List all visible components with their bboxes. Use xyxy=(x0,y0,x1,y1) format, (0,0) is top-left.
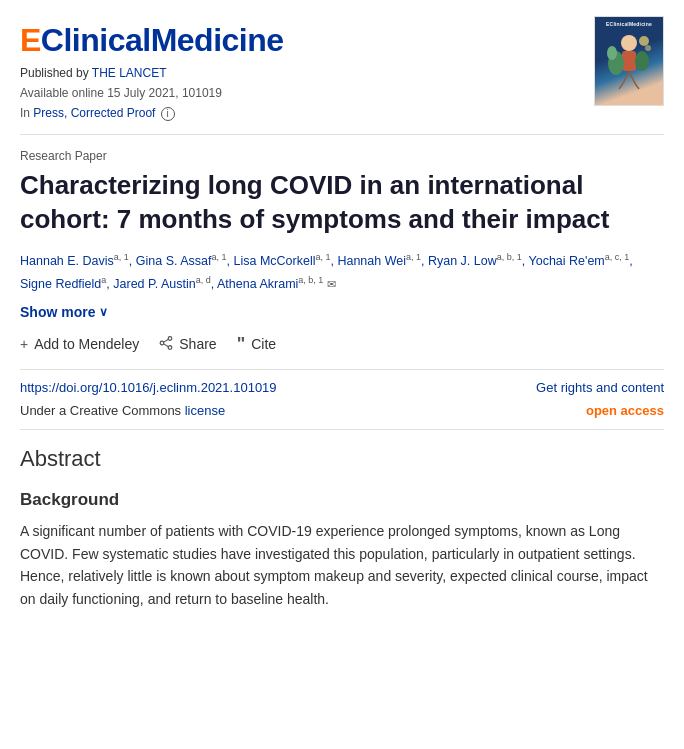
background-heading: Background xyxy=(20,487,664,513)
doi-link[interactable]: https://doi.org/10.1016/j.eclinm.2021.10… xyxy=(20,378,277,398)
svg-point-5 xyxy=(639,36,649,46)
svg-point-0 xyxy=(621,35,637,51)
header-divider xyxy=(20,134,664,135)
journal-title-clinical: Clinical xyxy=(41,22,151,58)
author-lisa-mccorkell[interactable]: Lisa McCorkell xyxy=(233,254,315,268)
creative-commons: Under a Creative Commons license xyxy=(20,401,277,421)
journal-title: EClinicalMedicine xyxy=(20,16,284,64)
available-online: Available online 15 July 2021, 101019 xyxy=(20,84,284,102)
published-by: Published by THE LANCET xyxy=(20,64,284,82)
svg-point-6 xyxy=(645,45,651,51)
svg-rect-1 xyxy=(622,51,636,71)
author-yochai-reem[interactable]: Yochai Re'em xyxy=(529,254,605,268)
svg-point-7 xyxy=(168,337,172,341)
mendeley-icon: + xyxy=(20,336,28,352)
svg-line-10 xyxy=(164,339,169,342)
article-title: Characterizing long COVID in an internat… xyxy=(20,169,664,237)
show-more-label: Show more xyxy=(20,304,95,320)
author-hannah-davis[interactable]: Hannah E. Davis xyxy=(20,254,114,268)
authors-list: Hannah E. Davisa, 1, Gina S. Assafa, 1, … xyxy=(20,249,664,296)
background-text: A significant number of patients with CO… xyxy=(20,520,664,610)
svg-point-9 xyxy=(160,341,164,345)
cover-art-svg xyxy=(604,33,654,93)
in-press: In Press, Corrected Proof i xyxy=(20,104,284,122)
cite-button[interactable]: " Cite xyxy=(237,334,276,355)
research-paper-label: Research Paper xyxy=(20,147,664,165)
author-signe-redfield[interactable]: Signe Redfield xyxy=(20,277,101,291)
add-to-mendeley-button[interactable]: + Add to Mendeley xyxy=(20,336,139,352)
doi-row: https://doi.org/10.1016/j.eclinm.2021.10… xyxy=(20,369,664,430)
journal-title-medicine: Medicine xyxy=(151,22,284,58)
journal-title-ec: E xyxy=(20,22,41,58)
abstract-section: Abstract Background A significant number… xyxy=(20,442,664,610)
svg-line-11 xyxy=(164,344,169,347)
lancet-link[interactable]: THE LANCET xyxy=(92,66,167,80)
doi-left: https://doi.org/10.1016/j.eclinm.2021.10… xyxy=(20,378,277,421)
cover-title: EClinicalMedicine xyxy=(606,21,652,29)
in-press-link[interactable]: Press, Corrected Proof xyxy=(33,106,155,120)
open-access-badge: open access xyxy=(586,401,664,421)
doi-right: Get rights and content open access xyxy=(536,378,664,421)
creative-commons-link[interactable]: license xyxy=(185,403,225,418)
info-icon[interactable]: i xyxy=(161,107,175,121)
author-gina-assaf[interactable]: Gina S. Assaf xyxy=(136,254,212,268)
svg-point-4 xyxy=(607,46,617,60)
author-ryan-low[interactable]: Ryan J. Low xyxy=(428,254,497,268)
author-athena-akrami[interactable]: Athena Akrami xyxy=(217,277,298,291)
email-icon: ✉ xyxy=(327,278,336,290)
author-jared-austin[interactable]: Jared P. Austin xyxy=(113,277,195,291)
show-more-button[interactable]: Show more ∨ xyxy=(20,304,108,320)
cite-icon: " xyxy=(237,334,246,355)
author-hannah-wei[interactable]: Hannah Wei xyxy=(337,254,406,268)
action-buttons-row: + Add to Mendeley Share " Cite xyxy=(20,334,664,355)
svg-point-3 xyxy=(635,51,649,71)
share-icon xyxy=(159,336,173,353)
chevron-down-icon: ∨ xyxy=(99,305,108,319)
abstract-heading: Abstract xyxy=(20,442,664,475)
journal-cover: EClinicalMedicine xyxy=(594,16,664,106)
get-rights-link[interactable]: Get rights and content xyxy=(536,378,664,398)
svg-point-8 xyxy=(168,346,172,350)
share-button[interactable]: Share xyxy=(159,336,216,353)
